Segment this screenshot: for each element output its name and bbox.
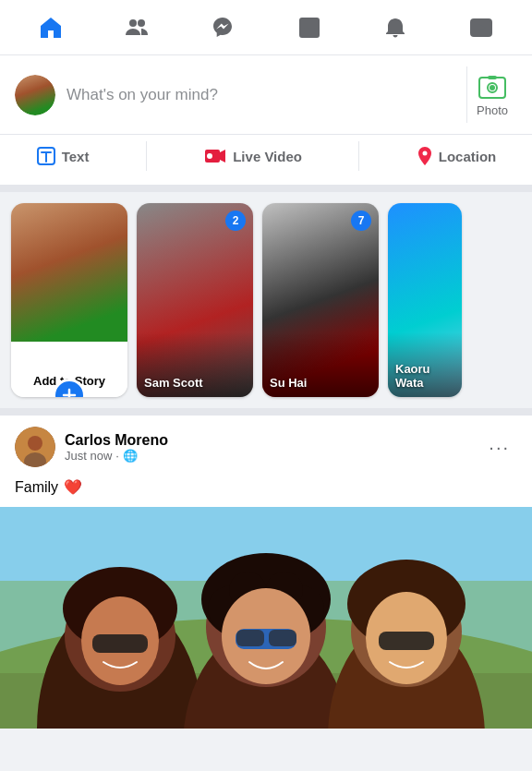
post-image: [0, 507, 532, 729]
svg-point-15: [422, 151, 427, 156]
svg-rect-2: [300, 18, 319, 37]
post-header: Carlos Moreno Just now · 🌐 ···: [0, 416, 532, 478]
post-header-left: Carlos Moreno Just now · 🌐: [15, 427, 168, 467]
live-video-label: Live Video: [233, 149, 302, 164]
post-meta-dot: ·: [115, 449, 119, 463]
svg-rect-26: [92, 634, 148, 653]
story-name-sam: Sam Scott: [144, 376, 246, 390]
svg-rect-42: [379, 632, 434, 650]
story-card-sam-scott[interactable]: 2 Sam Scott: [137, 203, 253, 397]
svg-point-1: [138, 19, 145, 27]
svg-marker-13: [220, 150, 225, 163]
more-options-button[interactable]: ···: [481, 433, 517, 462]
action-bar: Text Live Video Location: [0, 135, 532, 192]
action-divider-1: [146, 141, 147, 171]
story-badge-su: 7: [351, 211, 371, 231]
post-bar: What's on your mind? Photo: [0, 55, 532, 135]
text-label: Text: [62, 149, 90, 164]
story-card-su-hai[interactable]: 7 Su Hai: [262, 203, 379, 397]
user-avatar: [15, 75, 55, 115]
top-navigation: [0, 0, 532, 55]
stories-section: Add to Story 2 Sam Scott 7 Su Hai Kaoru …: [0, 192, 532, 416]
nav-friends[interactable]: [111, 6, 163, 50]
post-card: Carlos Moreno Just now · 🌐 ··· Family ❤️: [0, 416, 532, 729]
text-button[interactable]: Text: [21, 139, 104, 174]
story-badge-sam: 2: [225, 211, 246, 231]
nav-home[interactable]: [25, 6, 77, 50]
post-privacy-icon: 🌐: [123, 449, 138, 463]
post-author-info: Carlos Moreno Just now · 🌐: [65, 432, 168, 463]
nav-video[interactable]: [455, 6, 507, 50]
photo-button[interactable]: Photo: [466, 66, 517, 123]
story-name-su: Su Hai: [270, 376, 371, 390]
post-emoji: ❤️: [64, 478, 82, 496]
nav-marketplace[interactable]: [284, 6, 335, 50]
post-time: Just now: [65, 449, 112, 463]
story-card-kaoru[interactable]: Kaoru Wata: [388, 203, 462, 397]
svg-rect-4: [310, 28, 315, 31]
post-text-content: Family: [15, 479, 58, 496]
svg-point-17: [28, 436, 42, 451]
location-button[interactable]: Location: [402, 139, 512, 174]
action-divider-2: [358, 141, 359, 171]
live-video-button[interactable]: Live Video: [188, 139, 317, 174]
svg-point-10: [490, 85, 495, 90]
svg-rect-36: [236, 630, 264, 646]
svg-rect-3: [304, 28, 308, 33]
post-input[interactable]: What's on your mind?: [66, 86, 455, 104]
post-author-name: Carlos Moreno: [65, 432, 168, 449]
svg-rect-9: [488, 76, 497, 79]
nav-notifications[interactable]: [369, 6, 421, 50]
post-text: Family ❤️: [0, 478, 532, 507]
location-label: Location: [439, 149, 497, 164]
post-meta: Just now · 🌐: [65, 449, 168, 463]
add-story-card[interactable]: Add to Story: [11, 203, 127, 397]
photo-label: Photo: [477, 103, 508, 117]
svg-point-0: [129, 19, 137, 27]
story-name-kaoru: Kaoru Wata: [395, 362, 454, 390]
svg-point-14: [207, 153, 212, 159]
post-author-avatar: [15, 427, 55, 467]
svg-rect-37: [269, 630, 296, 646]
nav-messenger[interactable]: [197, 6, 248, 50]
